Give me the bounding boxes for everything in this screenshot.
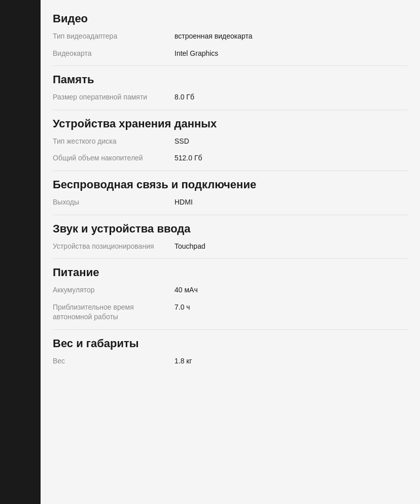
page-container: ВидеоТип видеоадаптеравстроенная видеока…	[0, 0, 420, 504]
info-label-memory-0: Размер оперативной памяти	[53, 92, 174, 103]
info-label-video-0: Тип видеоадаптера	[53, 31, 174, 42]
divider-video	[53, 65, 408, 66]
info-row-dimensions-0: Вес1.8 кг	[53, 356, 408, 368]
divider-storage	[53, 171, 408, 171]
info-value-wireless-0: HDMI	[174, 197, 408, 208]
left-bar	[0, 0, 41, 504]
info-label-dimensions-0: Вес	[53, 356, 174, 366]
section-title-video: Видео	[53, 12, 408, 25]
info-value-video-1: Intel Graphics	[174, 49, 408, 59]
section-title-memory: Память	[53, 73, 408, 86]
info-row-wireless-0: ВыходыHDMI	[53, 197, 408, 210]
info-value-sound-0: Touchpad	[174, 242, 408, 252]
info-row-video-0: Тип видеоадаптеравстроенная видеокарта	[53, 31, 408, 44]
info-label-video-1: Видеокарта	[53, 49, 174, 59]
info-value-storage-0: SSD	[174, 137, 408, 147]
info-value-video-0: встроенная видеокарта	[174, 31, 408, 42]
info-label-sound-0: Устройства позиционирования	[53, 242, 174, 252]
info-value-dimensions-0: 1.8 кг	[174, 356, 408, 366]
info-label-wireless-0: Выходы	[53, 197, 174, 208]
info-row-power-1: Приблизительное время автономной работы7…	[53, 303, 408, 324]
info-row-storage-1: Общий объем накопителей512.0 Гб	[53, 153, 408, 165]
info-row-sound-0: Устройства позиционированияTouchpad	[53, 242, 408, 254]
divider-sound	[53, 258, 408, 259]
info-label-storage-0: Тип жесткого диска	[53, 137, 174, 147]
info-label-storage-1: Общий объем накопителей	[53, 153, 174, 163]
section-title-storage: Устройства хранения данных	[53, 117, 408, 130]
divider-memory	[53, 110, 408, 110]
content-area: ВидеоТип видеоадаптеравстроенная видеока…	[41, 0, 420, 504]
divider-wireless	[53, 215, 408, 215]
section-title-dimensions: Вес и габариты	[53, 337, 408, 350]
info-value-power-0: 40 мАч	[174, 285, 408, 295]
info-value-power-1: 7.0 ч	[174, 303, 408, 313]
info-row-video-1: ВидеокартаIntel Graphics	[53, 49, 408, 61]
divider-power	[53, 329, 408, 330]
info-label-power-0: Аккумулятор	[53, 285, 174, 295]
section-title-power: Питание	[53, 266, 408, 279]
info-value-storage-1: 512.0 Гб	[174, 153, 408, 163]
info-value-memory-0: 8.0 Гб	[174, 92, 408, 103]
section-title-wireless: Беспроводная связь и подключение	[53, 178, 408, 191]
info-row-memory-0: Размер оперативной памяти8.0 Гб	[53, 92, 408, 105]
info-row-storage-0: Тип жесткого дискаSSD	[53, 137, 408, 149]
section-title-sound: Звук и устройства ввода	[53, 222, 408, 236]
info-row-power-0: Аккумулятор40 мАч	[53, 285, 408, 297]
info-label-power-1: Приблизительное время автономной работы	[53, 303, 174, 322]
